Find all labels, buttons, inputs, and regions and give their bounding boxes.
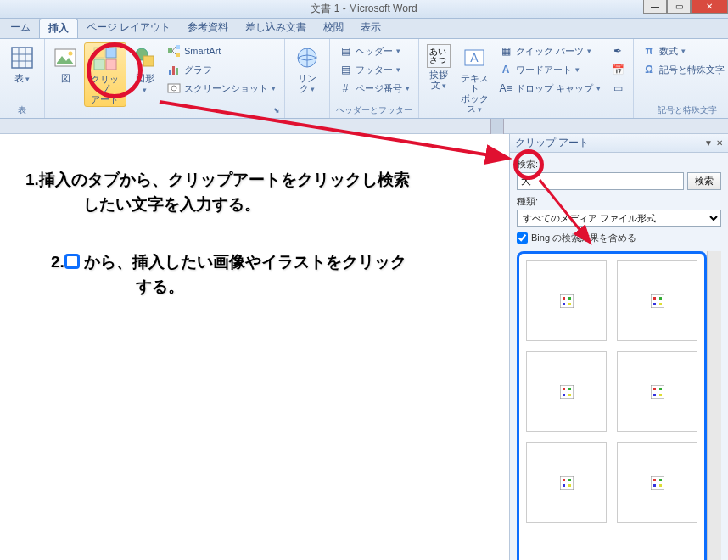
tab-ページ レイアウト[interactable]: ページ レイアウト <box>78 18 179 38</box>
document-page[interactable]: 1.挿入のタブから、クリップアートをクリックし検索 したい文字を入力する。 2.… <box>0 134 509 560</box>
svg-rect-30 <box>563 303 565 305</box>
close-button[interactable]: ✕ <box>691 0 728 14</box>
ribbon: 表 表 図 クリップアート 図形 <box>0 39 728 119</box>
symbol-icon: Ω <box>642 63 656 76</box>
textbox-icon: A <box>461 44 488 71</box>
quickparts-button[interactable]: ▦クイック パーツ <box>496 42 604 59</box>
svg-rect-51 <box>568 484 571 487</box>
equation-icon: π <box>642 44 656 58</box>
date-icon: 📅 <box>611 63 624 76</box>
greeting-icon: あいさつ <box>427 44 451 68</box>
wordart-icon: A <box>499 63 512 76</box>
clipart-result[interactable] <box>526 351 607 432</box>
results-box <box>517 251 707 560</box>
header-button[interactable]: ▤ヘッダー <box>335 42 413 59</box>
group-links: リンク <box>285 39 330 118</box>
tab-校閲[interactable]: 校閲 <box>315 18 352 38</box>
svg-rect-46 <box>659 394 662 396</box>
link-button[interactable]: リンク <box>290 42 324 96</box>
search-input[interactable] <box>517 172 684 190</box>
group-header-footer: ▤ヘッダー ▤フッター #ページ番号 ヘッダーとフッター <box>330 39 419 118</box>
svg-rect-53 <box>653 479 656 481</box>
tab-表示[interactable]: 表示 <box>352 18 389 38</box>
tab-参考資料[interactable]: 参考資料 <box>179 18 237 38</box>
svg-rect-15 <box>176 45 180 49</box>
minimize-button[interactable]: — <box>643 0 667 14</box>
tab-ーム[interactable]: ーム <box>2 18 39 38</box>
maximize-button[interactable]: ▭ <box>667 0 691 14</box>
svg-line-18 <box>172 51 176 54</box>
svg-rect-55 <box>653 484 656 487</box>
illustrations-launcher[interactable]: ⬊ <box>272 105 282 115</box>
group-illustrations: 図 クリップアート 図形 SmartArt <box>45 39 285 118</box>
screenshot-button[interactable]: スクリーンショット <box>164 80 279 97</box>
smartart-button[interactable]: SmartArt <box>164 42 279 59</box>
svg-rect-42 <box>651 385 664 399</box>
window-title: 文書 1 - Microsoft Word <box>311 2 417 16</box>
svg-rect-48 <box>563 479 565 481</box>
dropcap-button[interactable]: A≡ドロップ キャップ <box>496 80 604 97</box>
svg-rect-20 <box>172 66 175 75</box>
shapes-label: 図形 <box>133 73 157 95</box>
ribbon-tabs: ーム挿入ページ レイアウト参考資料差し込み文書校閲表示 <box>0 19 728 39</box>
obj-icon: ▭ <box>611 81 624 95</box>
obj-button[interactable]: ▭ <box>608 80 628 97</box>
footer-button[interactable]: ▤フッター <box>335 61 413 78</box>
group-label-tables: 表 <box>5 104 39 116</box>
svg-rect-28 <box>563 297 565 300</box>
clipart-result[interactable] <box>617 442 697 523</box>
bing-checkbox[interactable] <box>517 232 528 244</box>
search-label: 検索: <box>517 158 721 171</box>
screenshot-icon <box>167 81 181 95</box>
chart-button[interactable]: グラフ <box>164 61 279 78</box>
table-button[interactable]: 表 <box>5 42 39 86</box>
panel-close-icon[interactable]: ✕ <box>716 138 723 148</box>
svg-rect-31 <box>568 303 571 305</box>
svg-rect-45 <box>653 394 656 396</box>
sig-icon: ✒ <box>611 44 624 58</box>
svg-rect-27 <box>560 294 574 308</box>
textbox-button[interactable]: A テキストボックス <box>456 42 492 116</box>
svg-rect-38 <box>563 388 565 390</box>
picture-icon <box>52 44 79 71</box>
search-button[interactable]: 検索 <box>687 172 721 190</box>
svg-rect-35 <box>653 303 656 305</box>
svg-rect-47 <box>560 476 574 490</box>
svg-rect-32 <box>651 294 664 308</box>
shapes-icon <box>132 44 159 71</box>
svg-rect-43 <box>653 388 656 390</box>
equation-button[interactable]: π数式 <box>639 42 728 59</box>
results-scrollbar[interactable] <box>707 251 721 560</box>
tab-差し込み文書[interactable]: 差し込み文書 <box>237 18 315 38</box>
symbol-button[interactable]: Ω記号と特殊文字 <box>639 61 728 78</box>
greeting-button[interactable]: あいさつ 挨拶文 <box>424 42 453 92</box>
clipart-result[interactable] <box>617 351 697 432</box>
date-button[interactable]: 📅 <box>608 61 628 78</box>
group-text: あいさつ 挨拶文 A テキストボックス ▦クイック パーツ Aワードアート A≡… <box>419 39 634 118</box>
svg-rect-8 <box>94 48 104 58</box>
clipart-result[interactable] <box>526 260 607 341</box>
media-type-select[interactable]: すべてのメディア ファイル形式 <box>517 210 721 227</box>
wordart-button[interactable]: Aワードアート <box>496 61 604 78</box>
tab-挿入[interactable]: 挿入 <box>39 18 78 38</box>
screenshot-label: スクリーンショット <box>184 82 268 95</box>
shapes-button[interactable]: 図形 <box>130 42 160 97</box>
picture-button[interactable]: 図 <box>50 42 81 85</box>
pagenum-button[interactable]: #ページ番号 <box>335 80 413 97</box>
type-label: 種類: <box>517 195 721 208</box>
svg-line-17 <box>172 47 176 51</box>
svg-rect-21 <box>176 68 178 75</box>
svg-rect-50 <box>563 484 565 487</box>
clipart-result[interactable] <box>526 442 607 523</box>
clipart-result[interactable] <box>617 260 697 341</box>
svg-rect-11 <box>106 59 116 70</box>
clipart-icon <box>92 45 119 72</box>
svg-rect-36 <box>659 303 662 305</box>
blue-square-icon <box>64 254 80 269</box>
sig-button[interactable]: ✒ <box>608 42 628 59</box>
panel-title: クリップ アート <box>515 136 589 150</box>
svg-rect-49 <box>568 479 571 481</box>
clipart-button[interactable]: クリップアート <box>84 42 126 107</box>
panel-header: クリップ アート ▼ ✕ <box>510 134 728 153</box>
panel-dropdown-icon[interactable]: ▼ <box>704 138 713 148</box>
